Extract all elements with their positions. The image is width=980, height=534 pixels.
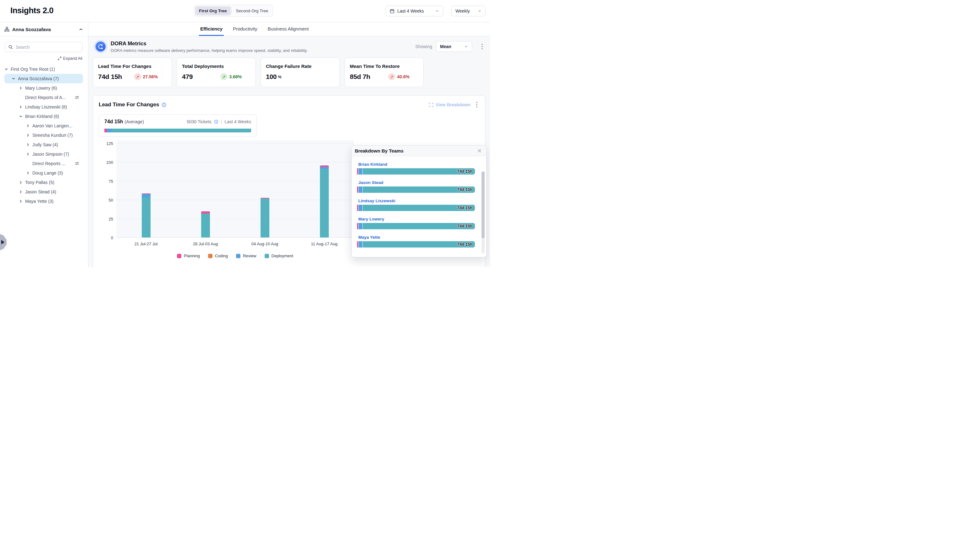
tree-item[interactable]: Doug Lange (3) <box>5 168 83 178</box>
team-bar-planning-segment <box>357 168 358 175</box>
team-row: Jason Stead74d 15h <box>357 180 475 193</box>
metric-card-unit: % <box>278 75 282 79</box>
team-bar-planning-segment <box>357 187 358 193</box>
dora-subtitle: DORA metrics measure software delivery p… <box>111 48 415 53</box>
chevron-down-icon[interactable] <box>19 115 25 118</box>
chevron-right-icon[interactable] <box>19 190 25 194</box>
tab-business-alignment[interactable]: Business Alignment <box>266 22 310 36</box>
tree-item-label: Sireesha Kunduri (7) <box>32 133 73 138</box>
view-breakdown-button[interactable]: View Breakdown <box>429 102 471 107</box>
team-name-link[interactable]: Lindsay Liszewski <box>358 198 395 203</box>
tree-item[interactable]: Anna Scozzafava (7) <box>5 74 83 83</box>
team-bar-planning-segment <box>357 205 358 211</box>
tree-item[interactable]: Maya Yette (3) <box>5 196 83 206</box>
org-hierarchy-icon <box>5 27 10 32</box>
team-name-link[interactable]: Mary Lowery <box>358 217 384 222</box>
team-value-label: 74d 15h <box>457 187 473 192</box>
sidebar-collapse-handle[interactable] <box>0 234 6 250</box>
chevron-down-icon <box>435 9 439 13</box>
search-input[interactable] <box>5 42 83 52</box>
tab-productivity[interactable]: Productivity <box>232 22 259 36</box>
tree-item[interactable]: Mary Lowery (6) <box>5 83 83 93</box>
stacked-bar[interactable] <box>142 193 151 238</box>
tree-item[interactable]: Jason Simpson (7) <box>5 149 83 159</box>
gridline <box>116 181 354 181</box>
team-bar-planning-segment <box>357 241 358 247</box>
chevron-right-icon[interactable] <box>19 86 25 90</box>
tree-item[interactable]: Tony Pallas (5) <box>5 178 83 187</box>
dora-cycle-icon <box>94 40 107 53</box>
chevron-right-icon[interactable] <box>19 105 25 109</box>
team-stacked-bar[interactable]: 74d 15h <box>357 187 475 193</box>
team-value-label: 74d 15h <box>457 223 473 228</box>
panel-scrollbar-thumb[interactable] <box>482 171 485 238</box>
org-tree-toggle-option[interactable]: Second Org Tree <box>232 6 272 15</box>
team-stacked-bar[interactable]: 74d 15h <box>357 168 475 175</box>
tab-efficiency[interactable]: Efficiency <box>199 22 224 36</box>
chevron-right-icon[interactable] <box>26 171 32 175</box>
filter-sliders-icon[interactable] <box>75 95 79 100</box>
tree-item-label: First Org Tree Root (1) <box>11 67 55 72</box>
team-stacked-bar[interactable]: 74d 15h <box>357 241 475 247</box>
tree-item[interactable]: First Org Tree Root (1) <box>5 64 83 74</box>
info-icon[interactable] <box>162 102 166 107</box>
bar-segment-deployment <box>261 198 269 238</box>
stacked-bar[interactable] <box>201 211 210 238</box>
chevron-right-icon[interactable] <box>26 152 32 156</box>
sidebar-person-header[interactable]: Anna Scozzafava <box>0 22 88 37</box>
chevron-right-icon[interactable] <box>19 199 25 203</box>
stacked-bar[interactable] <box>261 198 269 238</box>
tree-item[interactable]: Sireesha Kunduri (7) <box>5 131 83 140</box>
chevron-down-icon[interactable] <box>12 77 18 81</box>
team-bar-review-segment <box>359 241 363 247</box>
tree-item-label: Lindsay Liszewski (8) <box>25 104 67 110</box>
metric-card-title: Total Deployments <box>182 64 250 69</box>
team-name-link[interactable]: Brian Kirkland <box>358 162 387 167</box>
close-icon[interactable] <box>477 148 482 153</box>
tree-item[interactable]: Judy Saw (4) <box>5 140 83 149</box>
stacked-bar[interactable] <box>320 166 329 238</box>
panel-scrollbar[interactable] <box>482 171 485 253</box>
legend-swatch <box>177 254 181 258</box>
chevron-right-icon[interactable] <box>19 180 25 184</box>
divider: | <box>221 119 222 124</box>
chart-plot-area <box>116 140 354 238</box>
team-stacked-bar[interactable]: 74d 15h <box>357 223 475 229</box>
average-label: (Average) <box>125 119 144 124</box>
tree-item[interactable]: Jason Stead (4) <box>5 187 83 196</box>
chevron-right-icon[interactable] <box>26 143 32 147</box>
tree-item[interactable]: Brian Kirkland (6) <box>5 112 83 121</box>
aggregation-select[interactable]: Mean <box>436 41 472 52</box>
tree-item-label: Anna Scozzafava (7) <box>18 76 59 81</box>
tree-item-label: Jason Simpson (7) <box>32 151 69 156</box>
chevron-right-icon[interactable] <box>26 124 32 128</box>
average-bar-segment-deployment <box>112 129 251 132</box>
lead-time-menu-button[interactable] <box>474 100 479 109</box>
app-title: Insights 2.0 <box>10 6 53 15</box>
expand-all-button[interactable]: Expand All <box>57 56 82 61</box>
x-axis-tick-label: 11 Aug-17 Aug <box>302 242 346 246</box>
tree-item[interactable]: Direct Reports of A... <box>5 93 83 102</box>
y-axis-tick-label: 125 <box>99 141 113 146</box>
trend-arrow-icon: ↗ <box>388 73 395 80</box>
team-name-link[interactable]: Maya Yette <box>358 235 380 240</box>
legend-swatch <box>265 254 269 258</box>
chevron-down-icon <box>478 9 482 13</box>
org-tree-toggle-option[interactable]: First Org Tree <box>195 6 231 15</box>
trend-badge: ↗27.56% <box>134 73 158 80</box>
tree-item[interactable]: Lindsay Liszewski (8) <box>5 102 83 112</box>
dora-menu-button[interactable] <box>480 43 485 51</box>
tree-item[interactable]: Aaron Van Langen... <box>5 121 83 131</box>
date-range-select[interactable]: Last 4 Weeks <box>386 6 443 16</box>
chevron-down-icon[interactable] <box>5 67 11 71</box>
team-name-link[interactable]: Jason Stead <box>358 180 383 185</box>
chevron-right-icon[interactable] <box>26 133 32 137</box>
info-icon[interactable] <box>214 120 218 124</box>
filter-sliders-icon[interactable] <box>75 161 79 166</box>
team-stacked-bar[interactable]: 74d 15h <box>357 205 475 211</box>
granularity-select[interactable]: Weekly <box>451 6 485 16</box>
chevron-up-icon[interactable] <box>79 27 83 32</box>
legend-label: Coding <box>215 253 228 258</box>
metric-card: Change Failure Rate100% <box>261 57 340 87</box>
tree-item[interactable]: Direct Reports ... <box>5 159 83 168</box>
